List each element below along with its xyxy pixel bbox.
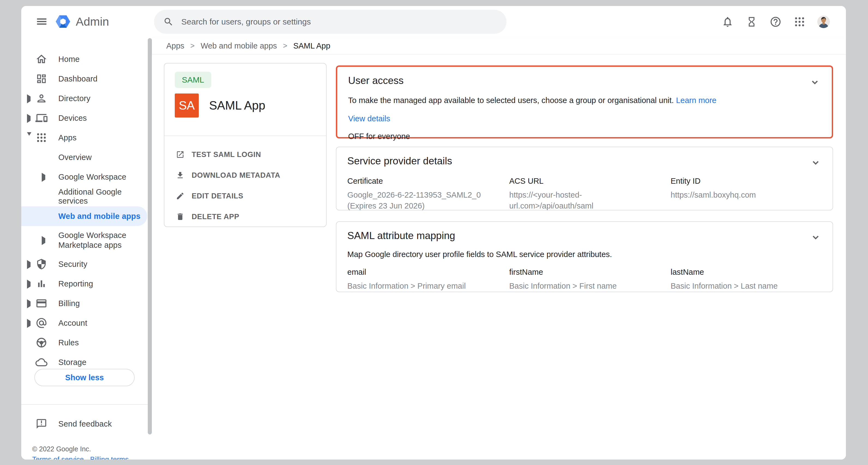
sidebar-item-account[interactable]: Account — [21, 313, 148, 333]
show-less-button[interactable]: Show less — [34, 369, 135, 386]
sidebar-item-label: Directory — [58, 94, 91, 103]
expand-right-icon[interactable] — [27, 116, 31, 121]
user-access-description: To make the managed app available to sel… — [348, 96, 674, 105]
delete-app-button[interactable]: DELETE APP — [164, 206, 326, 227]
user-access-status: OFF for everyone — [348, 132, 821, 141]
sidebar-item-dashboard[interactable]: Dashboard — [21, 69, 148, 89]
credit-card-icon — [35, 297, 48, 310]
lastname-attr-label: lastName — [671, 268, 822, 277]
feedback-icon — [35, 417, 48, 430]
sidebar-item-devices[interactable]: Devices — [21, 108, 148, 128]
show-less-label: Show less — [65, 373, 104, 382]
sidebar-item-web-and-mobile-apps[interactable]: Web and mobile apps — [21, 206, 147, 226]
app-avatar-initials: SA — [179, 99, 195, 112]
view-details-link[interactable]: View details — [348, 114, 390, 123]
account-avatar[interactable] — [817, 15, 830, 28]
firstname-attr-label: firstName — [509, 268, 671, 277]
shield-icon — [35, 257, 48, 271]
admin-logo[interactable]: Admin — [55, 13, 109, 30]
expand-right-icon[interactable] — [27, 321, 31, 326]
sidebar-item-label: Devices — [58, 114, 87, 123]
search-bar[interactable] — [154, 10, 506, 34]
attribute-mapping-title: SAML attribute mapping — [347, 230, 455, 242]
user-access-card: User access To make the managed app avai… — [336, 65, 833, 138]
send-feedback-button[interactable]: Send feedback — [21, 415, 148, 433]
google-apps-grid-icon[interactable] — [793, 15, 806, 28]
edit-details-button[interactable]: EDIT DETAILS — [164, 186, 326, 206]
terms-of-service-link[interactable]: Terms of service — [32, 455, 84, 460]
admin-logo-icon — [55, 13, 71, 30]
chevron-down-icon[interactable] — [810, 156, 822, 168]
home-icon — [35, 53, 48, 66]
sidebar-item-directory[interactable]: Directory — [21, 89, 148, 108]
pencil-icon — [176, 192, 185, 200]
certificate-expiry: (Expires 23 Jun 2026) — [347, 200, 493, 211]
sidebar-item-label: Account — [58, 319, 87, 328]
entity-id-field: Entity ID https://saml.boxyhq.com — [671, 177, 822, 211]
sidebar-item-label: Google Workspace Marketplace apps — [58, 230, 148, 250]
sidebar-divider — [21, 404, 148, 405]
acs-url-label: ACS URL — [509, 177, 671, 186]
sidebar-item-rules[interactable]: Rules — [21, 333, 148, 352]
link-separator: - — [131, 455, 133, 460]
test-saml-login-button[interactable]: TEST SAML LOGIN — [164, 144, 326, 165]
sidebar-item-label: Security — [58, 260, 87, 269]
breadcrumb-separator: > — [283, 42, 287, 50]
expand-right-icon[interactable] — [42, 238, 45, 243]
saml-type-badge: SAML — [175, 72, 211, 88]
chevron-down-icon[interactable] — [810, 231, 822, 243]
sidebar-scrollbar[interactable] — [148, 38, 152, 434]
sidebar-item-additional-google-services[interactable]: Additional Google services — [21, 187, 148, 206]
expand-down-icon[interactable] — [27, 136, 31, 141]
sidebar-item-google-workspace[interactable]: Google Workspace — [21, 167, 148, 187]
pending-tasks-icon[interactable] — [745, 15, 758, 28]
sidebar-item-apps[interactable]: Apps — [21, 128, 148, 148]
learn-more-link[interactable]: Learn more — [676, 96, 716, 105]
sidebar-footer: © 2022 Google Inc. Terms of service - Bi… — [32, 445, 133, 460]
send-feedback-label: Send feedback — [58, 420, 112, 429]
sidebar-item-label: Rules — [58, 338, 79, 347]
expand-right-icon[interactable] — [27, 96, 31, 101]
search-input[interactable] — [181, 17, 482, 27]
download-icon — [176, 171, 185, 180]
billing-terms-link[interactable]: Billing terms — [90, 455, 129, 460]
sidebar-item-label: Home — [58, 55, 80, 64]
notifications-icon[interactable] — [721, 15, 734, 28]
copyright-text: © 2022 Google Inc. — [32, 445, 133, 453]
app-title: SAML App — [209, 99, 265, 112]
top-app-bar: Admin — [21, 6, 846, 37]
sidebar-item-home[interactable]: Home — [21, 49, 148, 69]
attribute-mapping-description: Map Google directory user profile fields… — [347, 249, 822, 259]
action-label: DOWNLOAD METADATA — [192, 171, 280, 180]
sidebar-item-overview[interactable]: Overview — [21, 148, 148, 167]
sidebar-item-security[interactable]: Security — [21, 254, 148, 274]
sidebar-item-label: Storage — [58, 358, 86, 367]
app-avatar: SA — [175, 93, 199, 118]
devices-icon — [35, 112, 48, 125]
sidebar-item-marketplace-apps[interactable]: Google Workspace Marketplace apps — [21, 226, 148, 254]
download-metadata-button[interactable]: DOWNLOAD METADATA — [164, 165, 326, 186]
breadcrumb-apps[interactable]: Apps — [166, 41, 184, 51]
entity-id-value: https://saml.boxyhq.com — [671, 189, 805, 200]
cloud-icon — [35, 356, 48, 369]
breadcrumb-separator: > — [190, 42, 195, 50]
expand-right-icon[interactable] — [27, 302, 31, 306]
help-icon[interactable] — [769, 15, 782, 28]
user-access-title: User access — [348, 75, 404, 86]
firstname-attr-value: Basic Information > First name — [509, 280, 671, 291]
sidebar-item-billing[interactable]: Billing — [21, 293, 148, 313]
main-menu-icon[interactable] — [35, 15, 48, 28]
chevron-down-icon[interactable] — [809, 76, 821, 88]
breadcrumb-web-and-mobile-apps[interactable]: Web and mobile apps — [200, 41, 277, 51]
app-summary-card: SAML SA SAML App TEST SAML LOGIN — [164, 63, 327, 227]
lastname-mapping-field: lastName Basic Information > Last name — [671, 268, 822, 291]
admin-console-window: Admin — [21, 6, 846, 460]
expand-right-icon[interactable] — [42, 175, 45, 180]
sidebar-item-label: Reporting — [58, 279, 93, 288]
attribute-mapping-card: SAML attribute mapping Map Google direct… — [336, 221, 833, 292]
service-provider-card: Service provider details Certificate Goo… — [336, 147, 833, 210]
expand-right-icon[interactable] — [27, 262, 31, 267]
email-attr-label: email — [347, 268, 509, 277]
expand-right-icon[interactable] — [27, 282, 31, 287]
sidebar-item-reporting[interactable]: Reporting — [21, 274, 148, 293]
